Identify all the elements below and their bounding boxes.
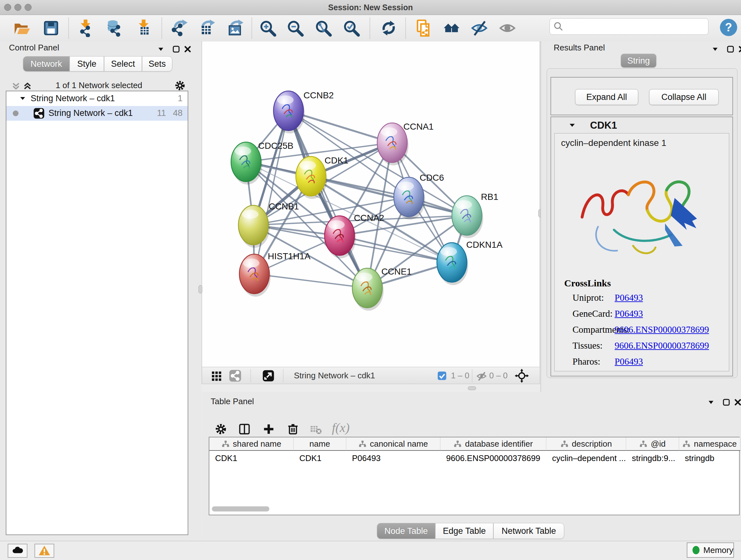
node-table[interactable]: shared namenamecanonical namedatabase id… bbox=[209, 437, 740, 515]
float-panel-icon[interactable] bbox=[171, 44, 182, 55]
table-cell[interactable]: cyclin–dependent ... bbox=[546, 451, 626, 465]
column-header-canonical-name[interactable]: canonical name bbox=[346, 437, 441, 451]
tab-string[interactable]: String bbox=[621, 54, 657, 68]
node-label-cdk1: CDK1 bbox=[325, 155, 348, 165]
network-canvas[interactable]: CCNB2CCNA1CDC25BCDK1CDC6RB1CCNB1CCNA2CDK… bbox=[202, 42, 540, 367]
hidden-eye-icon[interactable] bbox=[476, 370, 488, 383]
gear-icon[interactable] bbox=[214, 422, 228, 437]
expand-all-chevron-icon[interactable] bbox=[22, 80, 33, 92]
open-file-icon[interactable] bbox=[13, 19, 30, 37]
network-row-selected[interactable]: String Network – cdk1 11 48 bbox=[6, 106, 188, 121]
tab-select[interactable]: Select bbox=[104, 56, 142, 71]
network-node-cdkn1a[interactable] bbox=[437, 243, 468, 285]
column-header-shared-name[interactable]: shared name bbox=[209, 437, 293, 451]
import-network-database-icon[interactable] bbox=[105, 19, 123, 37]
panel-menu-icon[interactable] bbox=[705, 396, 717, 408]
table-cell[interactable]: stringdb:9... bbox=[626, 451, 679, 465]
network-node-ccnb1[interactable] bbox=[239, 205, 270, 248]
table-cell[interactable]: CDK1 bbox=[209, 451, 293, 465]
share-view-icon[interactable] bbox=[229, 369, 242, 382]
crosslink-value-link[interactable]: P06493 bbox=[615, 356, 643, 367]
horizontal-scrollbar[interactable] bbox=[212, 506, 269, 511]
network-node-rb1[interactable] bbox=[452, 196, 483, 238]
float-panel-icon[interactable] bbox=[721, 396, 732, 408]
grid-view-icon[interactable] bbox=[210, 369, 223, 382]
tab-style[interactable]: Style bbox=[70, 56, 104, 71]
crosslink-value-link[interactable]: P06493 bbox=[615, 293, 643, 303]
fit-content-icon[interactable] bbox=[315, 19, 333, 37]
cloud-button[interactable] bbox=[8, 544, 27, 558]
network-collection-row[interactable]: String Network – cdk1 1 bbox=[6, 92, 188, 106]
toolbar-separator bbox=[161, 17, 162, 39]
export-table-icon[interactable] bbox=[198, 19, 216, 37]
network-edge[interactable] bbox=[254, 111, 288, 274]
zoom-selected-icon[interactable] bbox=[343, 19, 360, 37]
two-houses-icon[interactable] bbox=[443, 19, 461, 37]
network-node-ccnb2[interactable] bbox=[273, 91, 305, 133]
save-session-icon[interactable] bbox=[42, 19, 60, 37]
collection-label: String Network – cdk1 bbox=[30, 94, 115, 104]
column-header-description[interactable]: description bbox=[546, 437, 626, 451]
crosslink-value-link[interactable]: 9606.ENSP00000378699 bbox=[615, 340, 709, 351]
close-panel-icon[interactable] bbox=[182, 44, 193, 55]
delete-table-icon[interactable] bbox=[310, 423, 324, 438]
tab-sets[interactable]: Sets bbox=[142, 56, 172, 71]
add-column-icon[interactable] bbox=[262, 422, 276, 437]
refresh-layout-icon[interactable] bbox=[380, 19, 398, 37]
close-panel-icon[interactable] bbox=[736, 44, 741, 55]
selected-checkbox-icon[interactable] bbox=[437, 371, 450, 383]
import-table-file-icon[interactable] bbox=[135, 19, 152, 37]
column-header-namespace[interactable]: namespace bbox=[679, 437, 740, 451]
horizontal-splitter-handle[interactable] bbox=[468, 386, 476, 390]
network-node-hist1h1a[interactable] bbox=[239, 254, 271, 297]
zoom-in-icon[interactable] bbox=[259, 19, 277, 37]
network-node-ccne1[interactable] bbox=[352, 268, 384, 311]
memory-button[interactable]: Memory bbox=[687, 543, 734, 558]
left-splitter-handle[interactable] bbox=[199, 285, 202, 294]
function-builder-icon[interactable]: f(x) bbox=[332, 420, 360, 435]
network-node-cdc6[interactable] bbox=[394, 177, 425, 220]
network-edge[interactable] bbox=[254, 274, 367, 288]
import-network-file-icon[interactable] bbox=[77, 19, 94, 37]
search-input[interactable] bbox=[566, 22, 708, 31]
panel-menu-icon[interactable] bbox=[710, 44, 721, 55]
network-edges bbox=[246, 111, 467, 288]
table-cell[interactable]: CDK1 bbox=[293, 451, 346, 465]
close-panel-icon[interactable] bbox=[732, 396, 741, 408]
table-cell[interactable]: stringdb bbox=[679, 451, 740, 465]
column-header--id[interactable]: @id bbox=[626, 437, 679, 451]
tab-edge-table[interactable]: Edge Table bbox=[435, 523, 493, 539]
collapse-all-button[interactable]: Collapse All bbox=[649, 89, 719, 105]
show-all-eye-icon[interactable] bbox=[498, 19, 516, 37]
zoom-out-icon[interactable] bbox=[286, 19, 305, 37]
collapse-all-chevron-icon[interactable] bbox=[10, 80, 22, 92]
help-button[interactable]: ? bbox=[720, 19, 737, 36]
expand-all-button[interactable]: Expand All bbox=[575, 89, 638, 105]
float-panel-icon[interactable] bbox=[725, 44, 736, 55]
column-header-name[interactable]: name bbox=[293, 437, 346, 451]
main-toolbar: ? bbox=[0, 15, 741, 42]
network-edge[interactable] bbox=[288, 111, 367, 288]
open-in-window-icon[interactable] bbox=[262, 369, 275, 382]
table-cell[interactable]: 9606.ENSP00000378699 bbox=[441, 451, 546, 465]
copy-document-icon[interactable] bbox=[414, 19, 432, 37]
tab-node-table[interactable]: Node Table bbox=[377, 523, 435, 539]
column-header-database-identifier[interactable]: database identifier bbox=[441, 437, 546, 451]
hide-selected-eye-icon[interactable] bbox=[470, 19, 488, 37]
entry-collapse-triangle-icon[interactable] bbox=[567, 120, 577, 131]
network-node-ccna2[interactable] bbox=[325, 216, 356, 258]
crosslink-value-link[interactable]: P06493 bbox=[615, 308, 643, 319]
tab-network[interactable]: Network bbox=[23, 56, 70, 71]
table-cell[interactable]: P06493 bbox=[346, 451, 441, 465]
tab-network-table[interactable]: Network Table bbox=[493, 523, 564, 539]
column-manager-icon[interactable] bbox=[238, 422, 252, 437]
gear-icon[interactable] bbox=[174, 79, 185, 91]
collapse-triangle-icon[interactable] bbox=[18, 94, 27, 104]
export-image-icon[interactable] bbox=[226, 19, 244, 37]
warning-button[interactable] bbox=[35, 544, 54, 558]
crosslink-value-link[interactable]: 9606.ENSP00000378699 bbox=[615, 324, 709, 335]
move-crosshair-icon[interactable] bbox=[515, 369, 528, 381]
panel-menu-icon[interactable] bbox=[155, 44, 166, 55]
delete-column-icon[interactable] bbox=[286, 422, 300, 437]
export-network-icon[interactable] bbox=[171, 19, 188, 37]
